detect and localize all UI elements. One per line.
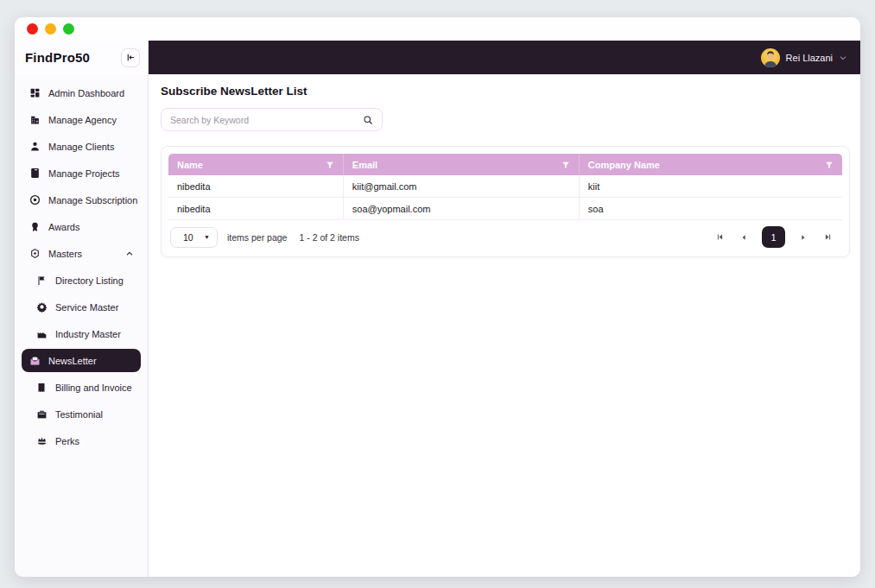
brand-logo: FindPro50 xyxy=(25,50,90,65)
sidebar-item-directory-listing[interactable]: Directory Listing xyxy=(22,269,141,292)
perks-crown-icon xyxy=(35,435,48,447)
sidebar-item-billing-and-invoice[interactable]: Billing and Invoice xyxy=(22,376,141,399)
sidebar-item-label: Manage Clients xyxy=(48,142,114,152)
cell-company: kiit xyxy=(580,175,842,198)
last-page-button[interactable] xyxy=(818,228,837,247)
sidebar-item-manage-agency[interactable]: Manage Agency xyxy=(22,108,141,131)
sidebar-item-label: NewsLetter xyxy=(48,356,97,366)
filter-icon[interactable] xyxy=(825,161,834,169)
user-name: Rei Llazani xyxy=(786,53,833,63)
sidebar-item-admin-dashboard[interactable]: Admin Dashboard xyxy=(22,81,141,104)
cell-email: kiit@gmail.com xyxy=(344,175,580,198)
cell-company: soa xyxy=(580,198,842,220)
sidebar-item-perks[interactable]: Perks xyxy=(22,429,141,452)
sidebar-item-label: Masters xyxy=(48,249,82,259)
chevron-up-icon xyxy=(125,250,134,258)
newsletter-table-card: Name Email Compa xyxy=(161,146,850,257)
sidebar-item-manage-clients[interactable]: Manage Clients xyxy=(22,135,141,158)
sidebar-item-label: Perks xyxy=(55,436,79,446)
user-avatar xyxy=(761,48,780,67)
search-box xyxy=(161,108,383,131)
current-page-button[interactable]: 1 xyxy=(762,226,785,248)
sidebar-item-industry-master[interactable]: Industry Master xyxy=(22,322,141,345)
search-input[interactable] xyxy=(170,115,356,125)
sidebar-item-label: Testimonial xyxy=(55,409,103,420)
close-window-icon[interactable] xyxy=(27,23,38,35)
sidebar-header: FindPro50 xyxy=(15,41,148,74)
award-medal-icon xyxy=(29,221,41,233)
page-size-value: 10 xyxy=(183,232,193,243)
agency-building-icon xyxy=(29,114,41,126)
sidebar-item-testimonial[interactable]: Testimonial xyxy=(22,402,141,426)
invoice-icon xyxy=(35,382,48,394)
main-area: Rei Llazani Subscribe NewsLetter List xyxy=(149,41,860,577)
filter-icon[interactable] xyxy=(326,161,334,169)
page-size-select[interactable]: 10 ▼ xyxy=(170,227,218,248)
previous-page-button[interactable] xyxy=(734,228,753,247)
sidebar-nav: Admin Dashboard Manage Agency Manage Cli… xyxy=(15,74,148,463)
masters-icon xyxy=(29,248,41,260)
topbar: Rei Llazani xyxy=(149,41,860,74)
sidebar-item-newsletter[interactable]: NewsLetter xyxy=(22,349,141,372)
factory-icon xyxy=(35,328,48,340)
sidebar-item-label: Admin Dashboard xyxy=(48,88,124,98)
newsletter-envelope-icon xyxy=(29,355,41,367)
sidebar-item-label: Manage Projects xyxy=(48,168,120,179)
page-content: Subscribe NewsLetter List Name xyxy=(149,74,860,577)
window-titlebar xyxy=(15,17,860,41)
sidebar-item-service-master[interactable]: Service Master xyxy=(22,295,141,319)
table-row[interactable]: nibedita kiit@gmail.com kiit xyxy=(168,175,842,198)
pagination-bar: 10 ▼ items per page 1 - 2 of 2 items xyxy=(168,220,842,250)
sidebar: FindPro50 Admin Dashboard xyxy=(15,41,149,577)
subscription-icon xyxy=(29,194,41,206)
sidebar-collapse-button[interactable] xyxy=(121,48,140,67)
column-header-name[interactable]: Name xyxy=(168,154,344,175)
user-menu[interactable]: Rei Llazani xyxy=(761,48,847,67)
column-header-email[interactable]: Email xyxy=(344,154,580,175)
sidebar-item-awards[interactable]: Awards xyxy=(22,215,141,238)
dashboard-icon xyxy=(29,87,41,99)
dropdown-caret-icon: ▼ xyxy=(204,234,210,240)
filter-icon[interactable] xyxy=(561,161,570,169)
app-window: FindPro50 Admin Dashboard xyxy=(15,17,860,577)
sidebar-item-manage-subscription[interactable]: Manage Subscription xyxy=(22,188,141,212)
sidebar-item-label: Manage Subscription xyxy=(48,195,137,205)
first-page-button[interactable] xyxy=(710,228,729,247)
gear-icon xyxy=(35,301,48,313)
items-per-page-label: items per page xyxy=(227,232,287,243)
column-header-company[interactable]: Company Name xyxy=(580,154,842,175)
next-page-button[interactable] xyxy=(794,228,813,247)
sidebar-item-manage-projects[interactable]: Manage Projects xyxy=(22,161,141,185)
directory-listing-icon xyxy=(35,275,48,287)
cell-email: soa@yopmail.com xyxy=(344,198,580,220)
minimize-window-icon[interactable] xyxy=(45,23,56,35)
collapse-left-icon xyxy=(126,53,136,62)
item-range-label: 1 - 2 of 2 items xyxy=(299,232,358,243)
sidebar-item-label: Directory Listing xyxy=(55,275,124,286)
sidebar-item-label: Manage Agency xyxy=(48,115,117,125)
newsletter-table: Name Email Compa xyxy=(168,154,842,220)
search-icon[interactable] xyxy=(363,115,373,125)
table-header-row: Name Email Compa xyxy=(168,154,842,175)
sidebar-item-label: Billing and Invoice xyxy=(55,383,132,393)
pagination-controls: 1 xyxy=(710,226,840,248)
sidebar-item-label: Service Master xyxy=(55,302,118,313)
projects-book-icon xyxy=(29,168,41,180)
testimonial-icon xyxy=(35,408,48,420)
chevron-down-icon xyxy=(839,54,847,62)
client-person-icon xyxy=(29,141,41,153)
cell-name: nibedita xyxy=(168,175,344,198)
maximize-window-icon[interactable] xyxy=(63,23,74,35)
sidebar-item-label: Awards xyxy=(48,222,79,232)
sidebar-item-label: Industry Master xyxy=(55,329,121,339)
page-title: Subscribe NewsLetter List xyxy=(161,85,850,98)
cell-name: nibedita xyxy=(168,198,344,220)
table-row[interactable]: nibedita soa@yopmail.com soa xyxy=(168,198,842,220)
sidebar-item-masters[interactable]: Masters xyxy=(22,242,141,265)
